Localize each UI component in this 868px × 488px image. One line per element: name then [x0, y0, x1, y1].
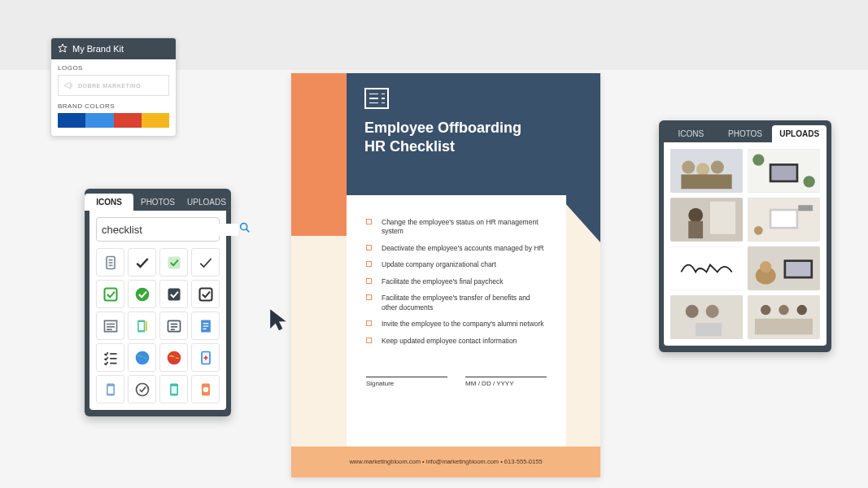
svg-rect-58 — [771, 211, 796, 227]
icon-search-input[interactable] — [102, 224, 238, 236]
checklist-item: Update company organizational chart — [366, 260, 547, 269]
svg-rect-70 — [696, 323, 722, 336]
svg-rect-7 — [168, 256, 180, 268]
cursor-icon — [268, 307, 290, 332]
swatch[interactable] — [142, 113, 169, 128]
svg-rect-64 — [786, 262, 810, 277]
svg-point-68 — [686, 305, 699, 318]
task-list-icon[interactable] — [96, 343, 124, 372]
checklist-icon — [364, 88, 389, 109]
upload-thumb-group-table[interactable] — [748, 295, 820, 339]
doc-title: Employee Offboarding HR Checklist — [364, 119, 582, 155]
checklist-item-text: Keep updated employee contact informatio… — [382, 337, 517, 346]
tab-uploads[interactable]: UPLOADS — [772, 125, 827, 142]
list-lines-icon[interactable] — [96, 312, 124, 340]
checklist-item: Facilitate the employee's final paycheck — [366, 277, 547, 286]
upload-thumb-laptop-desk[interactable] — [748, 149, 820, 193]
icon-search-box — [96, 217, 220, 242]
svg-point-1 — [241, 224, 247, 230]
globe-red-icon[interactable] — [159, 343, 188, 372]
tab-photos[interactable]: PHOTOS — [718, 125, 773, 142]
svg-point-72 — [761, 305, 770, 315]
clipboard-plus-icon[interactable] — [191, 343, 220, 372]
upload-thumb-laptop-dog[interactable] — [748, 246, 820, 290]
svg-rect-49 — [771, 166, 796, 181]
tab-uploads[interactable]: UPLOADS — [182, 194, 231, 211]
checklist-item-text: Invite the employee to the company's alu… — [382, 320, 544, 329]
check-circle-outline-icon[interactable] — [128, 375, 156, 403]
tab-icons[interactable]: ICONS — [664, 125, 718, 142]
logo-name: DOBRE MARKETING — [78, 83, 141, 89]
upload-thumb-team-meeting[interactable] — [670, 149, 743, 193]
clipboard-blue-icon[interactable] — [96, 375, 124, 403]
uploads-panel: ICONS PHOTOS UPLOADS — [659, 120, 831, 352]
checkbox-green-icon[interactable] — [159, 248, 188, 277]
svg-point-51 — [804, 176, 815, 187]
checkbox-icon — [366, 261, 372, 267]
icons-panel: ICONS PHOTOS UPLOADS — [85, 189, 231, 416]
icon-grid — [96, 248, 220, 403]
checkbox-icon — [366, 278, 372, 284]
svg-line-2 — [246, 229, 250, 233]
document-lines-icon[interactable] — [191, 312, 220, 340]
svg-point-73 — [779, 305, 788, 315]
megaphone-icon — [63, 80, 75, 92]
checklist-item: Change the employee's status on HR manag… — [366, 218, 547, 237]
checkmark-thin-icon[interactable] — [191, 248, 220, 277]
list-card-icon[interactable] — [159, 312, 188, 340]
svg-point-9 — [135, 287, 149, 301]
tab-icons[interactable]: ICONS — [85, 194, 133, 211]
document-canvas[interactable]: Employee Offboarding HR Checklist Change… — [291, 73, 600, 477]
clipboard-orange-icon[interactable] — [191, 375, 220, 403]
svg-rect-39 — [171, 386, 177, 393]
doc-title-line2: HR Checklist — [364, 138, 455, 155]
check-circle-green-icon[interactable] — [128, 280, 156, 308]
checklist-item-text: Change the employee's status on HR manag… — [382, 218, 547, 237]
checklist-item: Invite the employee to the company's alu… — [366, 320, 547, 329]
logos-label: LOGOS — [58, 64, 169, 72]
checklist-item: Facilitate the employee's transfer of be… — [366, 294, 547, 312]
brand-kit-title: My Brand Kit — [72, 44, 124, 54]
svg-point-44 — [696, 163, 709, 176]
checkbox-icon — [366, 245, 372, 251]
icons-panel-tabs: ICONS PHOTOS UPLOADS — [85, 189, 231, 211]
svg-rect-17 — [138, 322, 143, 330]
swatch[interactable] — [58, 113, 85, 128]
doc-header: Employee Offboarding HR Checklist — [347, 73, 600, 195]
svg-rect-11 — [199, 288, 212, 300]
upload-thumb-two-people-laptop[interactable] — [670, 295, 743, 339]
svg-point-50 — [752, 155, 764, 166]
svg-marker-0 — [59, 44, 67, 52]
star-icon — [58, 43, 68, 54]
logo-slot[interactable]: DOBRE MARKETING — [58, 75, 169, 96]
swatch[interactable] — [85, 113, 113, 128]
brand-color-swatches — [58, 113, 169, 128]
swatch[interactable] — [114, 113, 142, 128]
checklist-item-text: Update company organizational chart — [382, 260, 496, 269]
globe-blue-icon[interactable] — [128, 343, 156, 372]
clipboard-list-icon[interactable] — [96, 248, 124, 277]
brand-colors-label: BRAND COLORS — [58, 102, 169, 110]
checkbox-outline-green-icon[interactable] — [96, 280, 124, 308]
checklist-item-text: Facilitate the employee's transfer of be… — [382, 294, 547, 312]
upload-thumb-woman-window[interactable] — [670, 198, 743, 242]
checkbox-outline-dark-icon[interactable] — [191, 280, 220, 308]
upload-thumb-desk-overhead[interactable] — [748, 198, 820, 242]
checkmark-icon[interactable] — [128, 248, 156, 277]
svg-point-43 — [682, 161, 695, 174]
checklist-item: Deactivate the employee's accounts manag… — [366, 244, 547, 253]
checkbox-dark-icon[interactable] — [159, 280, 188, 308]
search-icon[interactable] — [238, 221, 251, 237]
svg-rect-10 — [168, 288, 180, 300]
doc-accent-block — [291, 73, 347, 236]
upload-thumb-signature[interactable] — [670, 246, 743, 290]
svg-point-66 — [760, 261, 771, 272]
doc-checklist: Change the employee's status on HR manag… — [366, 218, 547, 346]
svg-point-45 — [711, 161, 724, 174]
clipboard-pencil-icon[interactable] — [128, 312, 156, 340]
svg-rect-18 — [146, 321, 147, 331]
doc-body: Change the employee's status on HR manag… — [347, 195, 566, 447]
clipboard-teal-icon[interactable] — [159, 375, 188, 403]
tab-photos[interactable]: PHOTOS — [133, 194, 182, 211]
svg-rect-75 — [755, 319, 813, 335]
